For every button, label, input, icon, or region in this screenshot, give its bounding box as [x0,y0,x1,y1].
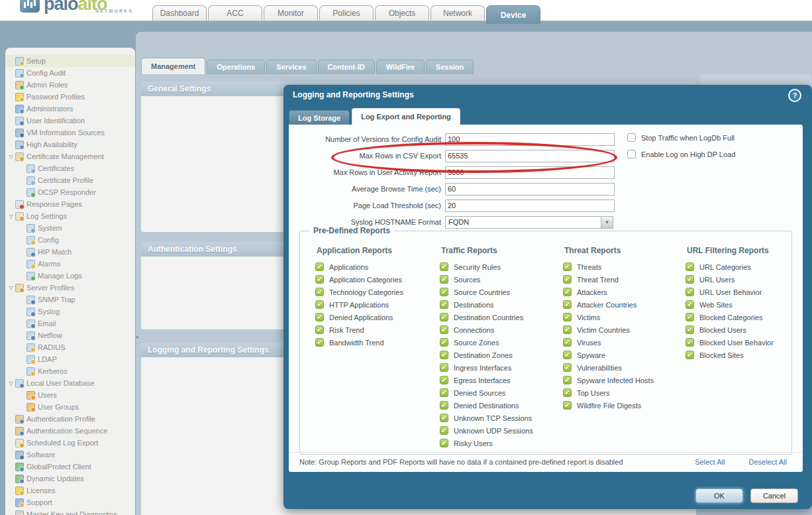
report-http-applications[interactable]: ✔HTTP Applications [315,300,389,309]
sidebar-item-netflow[interactable]: Netflow [5,329,135,341]
sidebar-item-authentication-sequence[interactable]: Authentication Sequence [5,425,135,437]
sidebar-item-config-audit[interactable]: Config Audit [5,67,135,79]
report-victims[interactable]: ✔Victims [563,313,600,321]
report-spyware-infected-hosts[interactable]: ✔Spyware Infected Hosts [563,376,654,384]
checkbox-icon[interactable]: ✔ [685,338,694,347]
checkbox-icon[interactable]: ✔ [685,300,694,309]
checkbox-icon[interactable]: ✔ [315,262,324,271]
checkbox-icon[interactable]: ✔ [440,426,448,435]
report-unknown-tcp-sessions[interactable]: ✔Unknown TCP Sessions [440,414,532,422]
report-technology-categories[interactable]: ✔Technology Categories [315,288,403,296]
checkbox-icon[interactable]: ✔ [315,313,324,321]
checkbox-icon[interactable]: ✔ [685,325,694,334]
report-blocked-categories[interactable]: ✔Blocked Categories [685,313,762,321]
report-url-users[interactable]: ✔URL Users [685,275,735,284]
checkbox-icon[interactable]: ✔ [440,262,448,271]
deselect-all-link[interactable]: Deselect All [749,458,787,466]
report-wildfire-file-digests[interactable]: ✔Wildfire File Digests [563,401,641,410]
sidebar-item-users[interactable]: Users [5,389,135,401]
report-attacker-countries[interactable]: ✔Attacker Countries [563,300,636,309]
report-blocked-users[interactable]: ✔Blocked Users [685,325,746,334]
sidebar-item-log-settings[interactable]: ▽Log Settings [5,210,135,222]
report-denied-destinations[interactable]: ✔Denied Destinations [440,401,519,410]
sidebar-item-certificate-profile[interactable]: Certificate Profile [5,174,135,186]
sidebar-item-hip-match[interactable]: HIP Match [5,246,135,258]
report-attackers[interactable]: ✔Attackers [563,288,607,296]
device-subtab-wildfire[interactable]: WildFire [376,60,425,74]
sidebar-item-email[interactable]: Email [5,317,135,329]
report-ingress-interfaces[interactable]: ✔Ingress Interfaces [440,363,511,372]
report-destination-zones[interactable]: ✔Destination Zones [440,351,513,359]
report-threat-trend[interactable]: ✔Threat Trend [563,275,619,284]
sidebar-item-setup[interactable]: Setup [5,55,135,67]
sidebar-item-kerberos[interactable]: Kerberos [5,365,135,377]
nav-tab-acc[interactable]: ACC [208,5,262,21]
option-stop-traffic-when-logdb-full[interactable]: Stop Traffic when LogDb Full [627,133,735,142]
report-viruses[interactable]: ✔Viruses [563,338,601,347]
sidebar-item-syslog[interactable]: Syslog [5,306,135,317]
option-enable-log-on-high-dp-load[interactable]: Enable Log on High DP Load [627,150,735,158]
checkbox-icon[interactable]: ✔ [563,300,572,309]
device-subtab-management[interactable]: Management [141,58,205,74]
sidebar-item-snmp-trap[interactable]: SNMP Trap [5,294,135,306]
checkbox-icon[interactable]: ✔ [685,288,694,296]
report-destinations[interactable]: ✔Destinations [440,300,494,309]
report-threats[interactable]: ✔Threats [563,262,601,271]
checkbox-icon[interactable]: ✔ [315,300,324,309]
sidebar-item-user-groups[interactable]: User Groups [5,401,135,413]
report-url-categories[interactable]: ✔URL Categories [685,262,751,271]
ok-button[interactable]: OK [695,488,743,503]
tree-expander-icon[interactable]: ▽ [7,213,15,219]
checkbox-icon[interactable]: ✔ [563,363,572,372]
report-risk-trend[interactable]: ✔Risk Trend [315,325,364,334]
report-sources[interactable]: ✔Sources [440,275,480,284]
nav-tab-device[interactable]: Device [486,5,540,24]
checkbox-icon[interactable]: ✔ [315,338,324,347]
checkbox-icon[interactable]: ✔ [563,401,572,410]
report-blocked-user-behavior[interactable]: ✔Blocked User Behavior [685,338,774,347]
report-blocked-sites[interactable]: ✔Blocked Sites [685,351,744,359]
nav-tab-network[interactable]: Network [431,5,485,21]
sidebar-item-scheduled-log-export[interactable]: Scheduled Log Export [5,437,135,449]
report-application-categories[interactable]: ✔Application Categories [315,275,402,284]
checkbox-icon[interactable] [627,150,636,158]
checkbox-icon[interactable]: ✔ [440,275,448,284]
field-input-average-browse-time-sec-[interactable] [445,183,615,196]
field-input-max-rows-in-user-activity-report[interactable] [445,166,615,179]
sidebar-item-master-key-and-diagnostics[interactable]: Master Key and Diagnostics [5,508,135,515]
device-subtab-session[interactable]: Session [426,60,474,74]
sidebar-item-high-availability[interactable]: High Availability [5,139,135,150]
checkbox-icon[interactable]: ✔ [563,338,572,347]
sidebar-item-software[interactable]: Software [5,449,135,461]
report-risky-users[interactable]: ✔Risky Users [440,439,493,447]
cancel-button[interactable]: Cancel [750,488,798,503]
checkbox-icon[interactable]: ✔ [440,401,448,410]
sidebar-item-system[interactable]: System [5,222,135,234]
sidebar-item-response-pages[interactable]: Response Pages [5,198,135,210]
sidebar-splitter[interactable]: ◂ [135,32,140,515]
sidebar-item-password-profiles[interactable]: Password Profiles [5,91,135,103]
sidebar-item-vm-information-sources[interactable]: VM Information Sources [5,127,135,139]
checkbox-icon[interactable]: ✔ [563,275,572,284]
field-input-number-of-versions-for-config-audit[interactable] [445,133,615,146]
sidebar-item-server-profiles[interactable]: ▽Server Profiles [5,282,135,294]
checkbox-icon[interactable]: ✔ [563,313,572,321]
device-subtab-content-id[interactable]: Content-ID [318,60,375,74]
sidebar-item-ocsp-responder[interactable]: OCSP Responder [5,186,135,198]
checkbox-icon[interactable]: ✔ [563,376,572,384]
checkbox-icon[interactable]: ✔ [563,351,572,359]
device-subtab-services[interactable]: Services [266,60,316,74]
sidebar-item-local-user-database[interactable]: ▽Local User Database [5,377,135,389]
sidebar-item-config[interactable]: Config [5,234,135,246]
checkbox-icon[interactable]: ✔ [440,300,448,309]
nav-tab-dashboard[interactable]: Dashboard [152,5,207,21]
report-web-sites[interactable]: ✔Web Sites [685,300,733,309]
dropdown-arrow-icon[interactable]: ▼ [601,217,613,228]
report-vulnerabilities[interactable]: ✔Vulnerabilities [563,363,622,372]
checkbox-icon[interactable]: ✔ [563,262,572,271]
checkbox-icon[interactable]: ✔ [315,288,324,296]
checkbox-icon[interactable]: ✔ [440,388,448,397]
sidebar-item-radius[interactable]: RADIUS [5,341,135,353]
report-source-zones[interactable]: ✔Source Zones [440,338,499,347]
report-top-users[interactable]: ✔Top Users [563,388,610,397]
